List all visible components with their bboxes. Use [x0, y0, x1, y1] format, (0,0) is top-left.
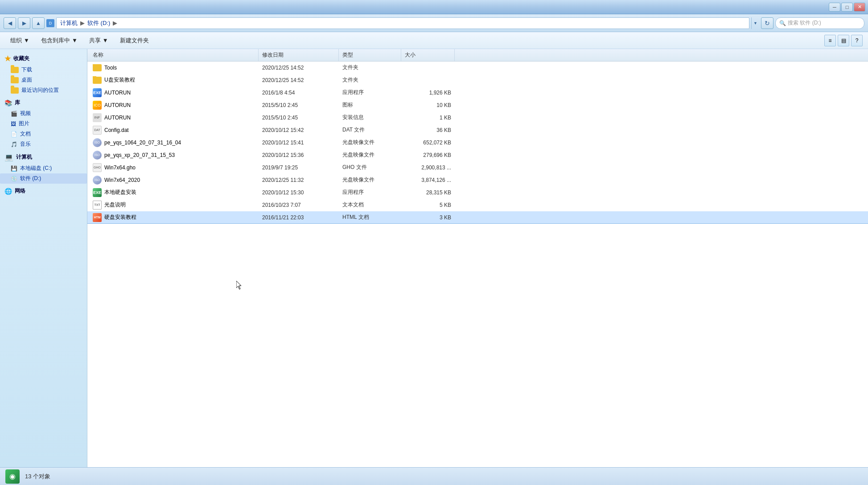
column-headers: 名称 修改日期 类型 大小: [87, 49, 868, 62]
include-arrow-icon: ▼: [72, 37, 78, 44]
toolbar-right: ≡ ▤ ?: [824, 35, 863, 46]
network-header[interactable]: 🌐 网络: [0, 185, 87, 197]
file-name: AUTORUN: [104, 102, 131, 108]
table-row[interactable]: ISO pe_yqs_1064_20_07_31_16_04 2020/10/1…: [87, 136, 868, 149]
file-size-cell: 28,315 KB: [401, 189, 455, 196]
file-size-cell: 652,072 KB: [401, 140, 455, 146]
titlebar: ─ □ ✕: [0, 0, 868, 14]
sidebar-item-desktop[interactable]: 桌面: [0, 75, 87, 85]
sidebar-item-video[interactable]: 🎬 视频: [0, 108, 87, 119]
file-date-cell: 2016/10/23 7:07: [259, 202, 339, 208]
table-row[interactable]: Tools 2020/12/25 14:52 文件夹: [87, 62, 868, 74]
sidebar-item-recent[interactable]: 最近访问的位置: [0, 85, 87, 95]
include-button[interactable]: 包含到库中 ▼: [36, 34, 82, 47]
desktop-folder-icon: [11, 77, 19, 83]
file-date-cell: 2019/9/7 19:25: [259, 164, 339, 171]
network-label: 网络: [15, 187, 25, 195]
picture-icon: 🖼: [11, 121, 16, 127]
file-name-cell: INF AUTORUN: [89, 113, 259, 122]
file-size-cell: 279,696 KB: [401, 152, 455, 158]
table-row[interactable]: ISO pe_yqs_xp_20_07_31_15_53 2020/10/12 …: [87, 149, 868, 161]
favorites-section: ★ 收藏夹 下载 桌面 最近访问的位置: [0, 53, 87, 95]
ico-icon: ICO: [93, 101, 102, 110]
sidebar-item-local-disk[interactable]: 💾 本地磁盘 (C:): [0, 163, 87, 173]
col-header-date[interactable]: 修改日期: [259, 49, 339, 61]
path-computer[interactable]: 计算机: [60, 19, 78, 27]
toolbar: 组织 ▼ 包含到库中 ▼ 共享 ▼ 新建文件夹 ≡ ▤ ?: [0, 32, 868, 49]
table-row[interactable]: ISO Win7x64_2020 2020/12/25 11:32 光盘映像文件…: [87, 174, 868, 186]
file-size-cell: 3 KB: [401, 214, 455, 221]
file-date-cell: 2020/12/25 14:52: [259, 77, 339, 83]
file-name-cell: ICO AUTORUN: [89, 101, 259, 110]
sidebar: ★ 收藏夹 下载 桌面 最近访问的位置 📚 库 🎬: [0, 49, 87, 467]
library-header[interactable]: 📚 库: [0, 97, 87, 108]
file-date-cell: 2020/12/25 11:32: [259, 177, 339, 183]
new-folder-button[interactable]: 新建文件夹: [115, 34, 154, 47]
minimize-button[interactable]: ─: [829, 3, 840, 12]
table-row[interactable]: EXE 本地硬盘安装 2020/10/12 15:30 应用程序 28,315 …: [87, 186, 868, 199]
search-box[interactable]: 🔍 搜索 软件 (D:): [775, 17, 864, 29]
view-toggle-button[interactable]: ≡: [824, 35, 836, 46]
file-size-cell: 3,874,126 ...: [401, 177, 455, 183]
video-icon: 🎬: [11, 111, 17, 117]
music-icon: 🎵: [11, 141, 17, 148]
txt-icon: TXT: [93, 201, 102, 210]
file-name-cell: HTM 硬盘安装教程: [89, 213, 259, 222]
organize-button[interactable]: 组织 ▼: [5, 34, 34, 47]
table-row[interactable]: INF AUTORUN 2015/5/10 2:45 安装信息 1 KB: [87, 111, 868, 124]
table-row[interactable]: U盘安装教程 2020/12/25 14:52 文件夹: [87, 74, 868, 86]
file-name: pe_yqs_xp_20_07_31_15_53: [104, 152, 175, 158]
sidebar-item-soft-disk[interactable]: 💿 软件 (D:): [0, 173, 87, 184]
file-date-cell: 2016/1/8 4:54: [259, 90, 339, 96]
preview-pane-button[interactable]: ▤: [838, 35, 849, 46]
back-button[interactable]: ◀: [4, 17, 16, 29]
table-row[interactable]: GHO Win7x64.gho 2019/9/7 19:25 GHO 文件 2,…: [87, 161, 868, 174]
close-button[interactable]: ✕: [854, 3, 865, 12]
favorites-label: 收藏夹: [13, 55, 29, 62]
table-row[interactable]: HTM 硬盘安装教程 2016/11/21 22:03 HTML 文档 3 KB: [87, 211, 868, 224]
file-type-cell: 应用程序: [339, 189, 401, 196]
share-button[interactable]: 共享 ▼: [84, 34, 113, 47]
sidebar-item-music[interactable]: 🎵 音乐: [0, 139, 87, 149]
sidebar-item-picture[interactable]: 🖼 图片: [0, 119, 87, 129]
computer-icon: 💻: [4, 153, 13, 161]
address-dropdown[interactable]: ▼: [751, 17, 759, 29]
address-path[interactable]: 计算机 ▶ 软件 (D:) ▶: [56, 17, 749, 29]
network-section: 🌐 网络: [0, 185, 87, 197]
computer-header[interactable]: 💻 计算机: [0, 151, 87, 163]
refresh-button[interactable]: ↻: [761, 17, 773, 29]
forward-button[interactable]: ▶: [18, 17, 30, 29]
maximize-button[interactable]: □: [841, 3, 853, 12]
sidebar-item-download[interactable]: 下载: [0, 65, 87, 75]
file-size-cell: 1,926 KB: [401, 90, 455, 96]
file-name-cell: ISO pe_yqs_xp_20_07_31_15_53: [89, 151, 259, 160]
file-name: Tools: [104, 65, 117, 71]
file-type-cell: 应用程序: [339, 89, 401, 96]
table-row[interactable]: DAT Config.dat 2020/10/12 15:42 DAT 文件 3…: [87, 124, 868, 136]
file-date-cell: 2015/5/10 2:45: [259, 102, 339, 108]
table-row[interactable]: EXE AUTORUN 2016/1/8 4:54 应用程序 1,926 KB: [87, 86, 868, 99]
picture-label: 图片: [19, 120, 29, 127]
file-type-cell: GHO 文件: [339, 164, 401, 171]
col-header-size[interactable]: 大小: [401, 49, 455, 61]
file-rows-container: Tools 2020/12/25 14:52 文件夹 U盘安装教程 2020/1…: [87, 62, 868, 224]
file-name-cell: TXT 光盘说明: [89, 201, 259, 210]
file-name-cell: EXE 本地硬盘安装: [89, 188, 259, 197]
file-type-cell: 光盘映像文件: [339, 176, 401, 184]
path-drive[interactable]: 软件 (D:): [87, 19, 110, 27]
file-date-cell: 2020/10/12 15:30: [259, 189, 339, 196]
up-button[interactable]: ▲: [32, 17, 45, 29]
file-type-cell: 文件夹: [339, 76, 401, 84]
favorites-header[interactable]: ★ 收藏夹: [0, 53, 87, 65]
statusbar: ◉ 13 个对象: [0, 467, 868, 485]
organize-label: 组织: [10, 37, 22, 45]
col-header-type[interactable]: 类型: [339, 49, 401, 61]
table-row[interactable]: ICO AUTORUN 2015/5/10 2:45 图标 10 KB: [87, 99, 868, 111]
help-button[interactable]: ?: [851, 35, 863, 46]
col-header-name[interactable]: 名称: [89, 49, 259, 61]
library-icon: 📚: [4, 99, 12, 107]
table-row[interactable]: TXT 光盘说明 2016/10/23 7:07 文本文档 5 KB: [87, 199, 868, 211]
file-name-cell: U盘安装教程: [89, 76, 259, 84]
sidebar-item-doc[interactable]: 📄 文档: [0, 129, 87, 139]
exe-icon: EXE: [93, 88, 102, 97]
